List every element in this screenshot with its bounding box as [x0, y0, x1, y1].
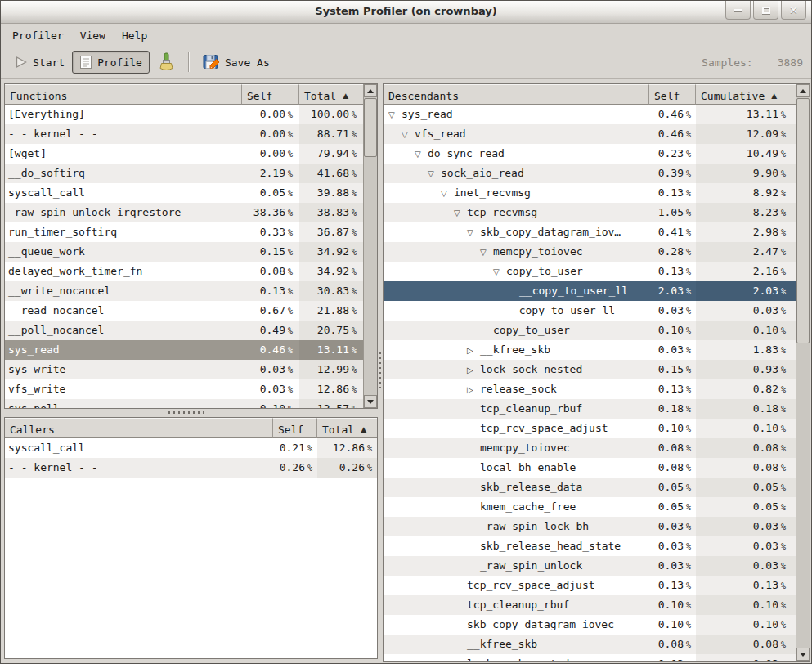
table-row[interactable]: __poll_nocancel0.49%20.75% [5, 321, 363, 340]
table-row[interactable]: syscall_call0.05%39.88% [5, 183, 363, 203]
table-row[interactable]: sys_poll0.10%12.57% [5, 399, 363, 408]
table-row[interactable]: ▽tcp_recvmsg1.05%8.23% [384, 203, 796, 222]
expander-open-icon[interactable]: ▽ [428, 164, 441, 183]
table-row[interactable]: __write_nocancel0.13%30.83% [5, 281, 363, 301]
table-row[interactable]: ▽sys_read0.46%13.11% [384, 105, 796, 124]
percent-sign: % [288, 204, 293, 222]
table-row[interactable]: tcp_rcv_space_adjust0.10%0.10% [384, 419, 796, 438]
percent-sign: % [781, 184, 786, 203]
expander-closed-icon[interactable]: ▷ [467, 361, 480, 379]
scrollbar-thumb[interactable] [796, 98, 810, 343]
table-row[interactable]: ▽skb_copy_datagram_iov…0.41%2.98% [384, 222, 796, 242]
column-header-self[interactable]: Self [242, 84, 299, 105]
save-as-button[interactable]: Save As [195, 50, 277, 75]
table-row[interactable]: kmem_cache_free0.05%0.05% [384, 497, 796, 517]
expander-open-icon[interactable]: ▽ [388, 105, 402, 124]
table-row[interactable]: sys_read0.46%13.11% [5, 340, 363, 360]
close-button[interactable]: ✕ [781, 1, 806, 20]
table-row[interactable]: ▽copy_to_user0.13%2.16% [384, 262, 796, 281]
table-row[interactable]: vfs_write0.03%12.86% [5, 379, 363, 399]
table-row[interactable]: lock_sock_nested0.03%0.03% [384, 654, 796, 661]
table-row[interactable]: _raw_spin_lock_bh0.03%0.03% [384, 517, 796, 536]
column-header-callers[interactable]: Callers [5, 418, 273, 438]
reset-button[interactable] [150, 48, 182, 76]
column-header-cumulative[interactable]: Cumulative▲ [696, 84, 796, 105]
table-row[interactable]: ▷__kfree_skb0.03%1.83% [384, 340, 796, 360]
self-cell-value: 0.08 [260, 262, 285, 280]
function-name: sys_poll [8, 402, 60, 408]
table-row[interactable]: sys_write0.03%12.99% [5, 360, 363, 379]
total-cell: 0.03% [696, 556, 796, 576]
menu-view[interactable]: View [72, 26, 114, 45]
expander-closed-icon[interactable]: ▷ [467, 341, 480, 360]
total-cell: 8.92% [696, 183, 796, 203]
descendants-scrollbar[interactable] [796, 84, 810, 661]
table-row[interactable]: ▽do_sync_read0.23%10.49% [384, 144, 796, 164]
table-row[interactable]: skb_copy_datagram_iovec0.10%0.10% [384, 615, 796, 635]
total-cell: 34.92% [299, 262, 363, 281]
table-row[interactable]: ▷release_sock0.13%0.82% [384, 379, 796, 399]
column-header-total[interactable]: Total▲ [299, 84, 363, 105]
table-row[interactable]: __copy_to_user_ll0.03%0.03% [384, 301, 796, 321]
titlebar[interactable]: System Profiler (on crownbay) ✕ [1, 1, 811, 24]
table-row[interactable]: - - kernel - -0.00%88.71% [5, 124, 363, 144]
menu-help[interactable]: Help [114, 26, 155, 45]
table-row[interactable]: local_bh_enable0.08%0.08% [384, 458, 796, 478]
minimize-button[interactable] [725, 1, 751, 20]
table-row[interactable]: ▽memcpy_toiovec0.28%2.47% [384, 242, 796, 262]
maximize-button[interactable] [753, 1, 778, 20]
horizontal-splitter-handle[interactable] [168, 411, 206, 414]
expander-open-icon[interactable]: ▽ [467, 223, 480, 242]
table-row[interactable]: tcp_cleanup_rbuf0.18%0.18% [384, 399, 796, 419]
scroll-down-button[interactable] [796, 648, 810, 661]
vertical-splitter-handle[interactable] [379, 352, 381, 388]
table-row[interactable]: __read_nocancel0.67%21.88% [5, 301, 363, 321]
expander-open-icon[interactable]: ▽ [441, 184, 454, 203]
table-row[interactable]: delayed_work_timer_fn0.08%34.92% [5, 262, 363, 281]
profile-toggle-button[interactable]: Profile [72, 51, 150, 74]
table-row[interactable]: __queue_work0.15%34.92% [5, 242, 363, 262]
table-row[interactable]: __copy_to_user_ll2.03%2.03% [384, 281, 796, 301]
table-row[interactable]: tcp_cleanup_rbuf0.10%0.10% [384, 595, 796, 615]
expander-open-icon[interactable]: ▽ [493, 262, 506, 281]
table-row[interactable]: __do_softirq2.19%41.68% [5, 164, 363, 183]
table-row[interactable]: - - kernel - -0.26%0.26% [5, 458, 377, 478]
table-row[interactable]: syscall_call0.21%12.86% [5, 438, 377, 458]
self-cell-value: 0.03 [260, 379, 285, 398]
expander-open-icon[interactable]: ▽ [454, 204, 467, 222]
table-row[interactable]: ▽inet_recvmsg0.13%8.92% [384, 183, 796, 203]
scroll-down-button[interactable] [364, 395, 377, 408]
scroll-up-button[interactable] [364, 84, 377, 97]
table-row[interactable]: run_timer_softirq0.33%36.87% [5, 222, 363, 242]
percent-sign: % [288, 262, 293, 281]
scrollbar-thumb[interactable] [364, 98, 377, 157]
table-row[interactable]: ▽sock_aio_read0.39%9.90% [384, 164, 796, 183]
table-row[interactable]: __kfree_skb0.08%0.08% [384, 635, 796, 654]
expander-open-icon[interactable]: ▽ [480, 243, 493, 262]
column-header-descendants[interactable]: Descendants [384, 84, 649, 105]
expander-open-icon[interactable]: ▽ [415, 145, 428, 164]
expander-open-icon[interactable]: ▽ [402, 125, 415, 144]
table-row[interactable]: copy_to_user0.10%0.10% [384, 321, 796, 340]
column-header-functions[interactable]: Functions [5, 84, 242, 105]
scroll-up-button[interactable] [796, 84, 810, 97]
table-row[interactable]: tcp_rcv_space_adjust0.13%0.13% [384, 576, 796, 595]
function-name: memcpy_toiovec [493, 245, 583, 258]
table-row[interactable]: _raw_spin_unlock_irqrestore38.36%38.83% [5, 203, 363, 222]
table-row[interactable]: ▽vfs_read0.46%12.09% [384, 124, 796, 144]
start-button[interactable]: Start [7, 52, 72, 73]
table-row[interactable]: _raw_spin_unlock0.03%0.03% [384, 556, 796, 576]
expander-closed-icon[interactable]: ▷ [467, 380, 480, 399]
self-cell: 0.49% [242, 321, 299, 340]
table-row[interactable]: skb_release_data0.05%0.05% [384, 478, 796, 497]
table-row[interactable]: [wget]0.00%79.94% [5, 144, 363, 164]
menu-profiler[interactable]: Profiler [4, 26, 72, 45]
column-header-self[interactable]: Self [649, 84, 696, 105]
table-row[interactable]: memcpy_toiovec0.08%0.08% [384, 438, 796, 458]
functions-scrollbar[interactable] [363, 84, 377, 408]
column-header-total[interactable]: Total▲ [317, 418, 377, 438]
table-row[interactable]: [Everything]0.00%100.00% [5, 105, 363, 124]
column-header-self[interactable]: Self [273, 418, 317, 438]
table-row[interactable]: ▷lock_sock_nested0.15%0.93% [384, 360, 796, 379]
table-row[interactable]: skb_release_head_state0.03%0.03% [384, 536, 796, 556]
